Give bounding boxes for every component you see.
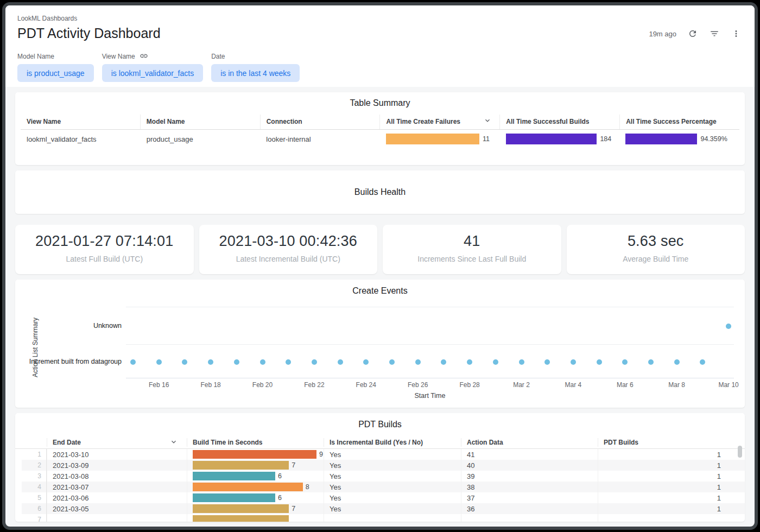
x-tick-label: Feb 16 [140, 381, 178, 389]
row-number: 1 [22, 449, 47, 460]
action-data-cell: 39 [461, 471, 598, 482]
scatter-point[interactable] [208, 359, 213, 365]
filter-label: Date [211, 52, 300, 61]
column-header-build-time[interactable]: Build Time in Seconds [187, 438, 324, 447]
x-tick-label: Mar 10 [710, 381, 748, 389]
connection-cell[interactable]: looker-internal [260, 130, 380, 148]
scatter-point[interactable] [571, 359, 576, 365]
scatter-point[interactable] [130, 359, 136, 365]
scatter-point[interactable] [622, 359, 628, 365]
table-row[interactable]: 12021-03-109Yes411 [22, 449, 745, 460]
filter-date: Date is in the last 4 weeks [211, 52, 300, 82]
column-header-successful-builds[interactable]: All Time Successful Builds [499, 115, 619, 129]
table-row[interactable]: 7 [22, 514, 745, 522]
build-time-cell [187, 514, 324, 522]
build-time-bar [193, 450, 316, 459]
summary-table: View Name Model Name Connection All Time… [21, 115, 739, 148]
pdt-builds-cell: 1 [598, 449, 727, 460]
scrollbar-thumb[interactable] [738, 446, 742, 458]
scatter-point[interactable] [156, 359, 162, 365]
row-number: 6 [22, 503, 47, 514]
column-header-view-name[interactable]: View Name [21, 115, 140, 129]
bar-value-label: 8 [306, 483, 309, 491]
create-failures-cell[interactable]: 11 [380, 130, 500, 148]
table-row[interactable]: 22021-03-097Yes401 [22, 460, 745, 471]
scatter-point[interactable] [674, 359, 680, 365]
table-row[interactable]: 62021-03-057Yes361 [22, 503, 745, 514]
scatter-point[interactable] [597, 359, 602, 365]
build-time-bar [193, 461, 289, 470]
column-header-create-failures[interactable]: All Time Create Failures [379, 115, 499, 129]
action-data-cell: 41 [461, 449, 598, 460]
filter-chip-date[interactable]: is in the last 4 weeks [211, 64, 300, 82]
row-number: 3 [22, 471, 47, 482]
filter-chip-model-name[interactable]: is product_usage [17, 64, 94, 82]
kpi-value: 41 [383, 233, 561, 250]
more-vert-icon[interactable] [731, 28, 742, 39]
build-time-bar [193, 504, 289, 513]
bar-value-label: 11 [483, 135, 490, 143]
scatter-point[interactable] [493, 359, 498, 365]
scatter-point[interactable] [544, 359, 550, 365]
column-header-is-incremental[interactable]: Is Incremental Build (Yes / No) [324, 438, 461, 447]
filter-chip-view-name[interactable]: is lookml_validator_facts [102, 64, 204, 82]
x-tick-label: Feb 24 [347, 381, 385, 389]
end-date-cell: 2021-03-10 [47, 449, 187, 460]
scatter-point[interactable] [389, 359, 395, 365]
table-row[interactable]: lookml_validator_facts product_usage loo… [21, 130, 739, 148]
breadcrumb[interactable]: LookML Dashboards [17, 14, 743, 23]
scatter-point[interactable] [648, 359, 654, 365]
build-time-bar [193, 493, 275, 502]
view-name-cell[interactable]: lookml_validator_facts [21, 130, 141, 148]
scatter-point[interactable] [441, 359, 446, 365]
page-title: PDT Activity Dashboard [17, 25, 743, 41]
build-time-cell: 7 [187, 460, 324, 471]
kpi-row: 2021-01-27 07:14:01 Latest Full Build (U… [15, 225, 745, 274]
column-header-end-date[interactable]: End Date [47, 438, 187, 447]
table-row[interactable]: 42021-03-078Yes381 [22, 482, 745, 492]
column-header-connection[interactable]: Connection [260, 115, 380, 129]
scatter-point[interactable] [234, 359, 239, 365]
pdt-builds-cell: 1 [598, 482, 727, 492]
column-header-success-percentage[interactable]: All Time Success Percentage [619, 115, 739, 129]
kpi-label: Latest Full Build (UTC) [15, 255, 194, 263]
pdt-builds-cell: 1 [598, 460, 727, 471]
scatter-point[interactable] [182, 359, 187, 365]
successful-builds-cell[interactable]: 184 [500, 130, 620, 148]
scatter-point[interactable] [700, 359, 705, 365]
scatter-point[interactable] [467, 359, 472, 365]
build-time-cell: 8 [187, 482, 324, 492]
x-tick-label: Mar 4 [554, 381, 592, 389]
scatter-point[interactable] [415, 359, 421, 365]
refresh-icon[interactable] [687, 28, 698, 39]
bar-value-label: 7 [292, 461, 295, 469]
scatter-point[interactable] [519, 359, 524, 365]
filter-list-icon[interactable] [709, 28, 720, 39]
build-time-cell: 6 [187, 492, 324, 503]
scatter-point[interactable] [286, 359, 291, 365]
build-time-cell: 6 [187, 471, 324, 482]
bar-value-label: 6 [278, 494, 282, 502]
end-date-cell: 2021-03-07 [47, 482, 187, 492]
scatter-point[interactable] [726, 324, 731, 329]
link-icon [140, 52, 148, 62]
column-header-action-data[interactable]: Action Data [461, 438, 598, 447]
pdt-builds-cell: 1 [598, 492, 727, 503]
column-header-pdt-builds[interactable]: PDT Builds [598, 438, 727, 447]
bar-value-label: 184 [600, 135, 611, 143]
x-tick-label: Feb 20 [244, 381, 282, 389]
scatter-point[interactable] [312, 359, 317, 365]
success-percentage-cell[interactable]: 94.359% [619, 130, 739, 148]
model-name-cell[interactable]: product_usage [141, 130, 261, 148]
filter-label: Model Name [17, 52, 94, 61]
scatter-point[interactable] [338, 359, 343, 365]
column-header-model-name[interactable]: Model Name [140, 115, 260, 129]
success-percentage-bar [625, 134, 697, 144]
table-row[interactable]: 52021-03-066Yes371 [22, 492, 745, 503]
filter-label: View Name [102, 52, 204, 61]
scatter-point[interactable] [260, 359, 265, 365]
scatter-point[interactable] [363, 359, 369, 365]
dashboard-window: LookML Dashboards PDT Activity Dashboard… [2, 2, 758, 530]
gridline [126, 344, 734, 345]
table-row[interactable]: 32021-03-086Yes391 [22, 471, 745, 482]
